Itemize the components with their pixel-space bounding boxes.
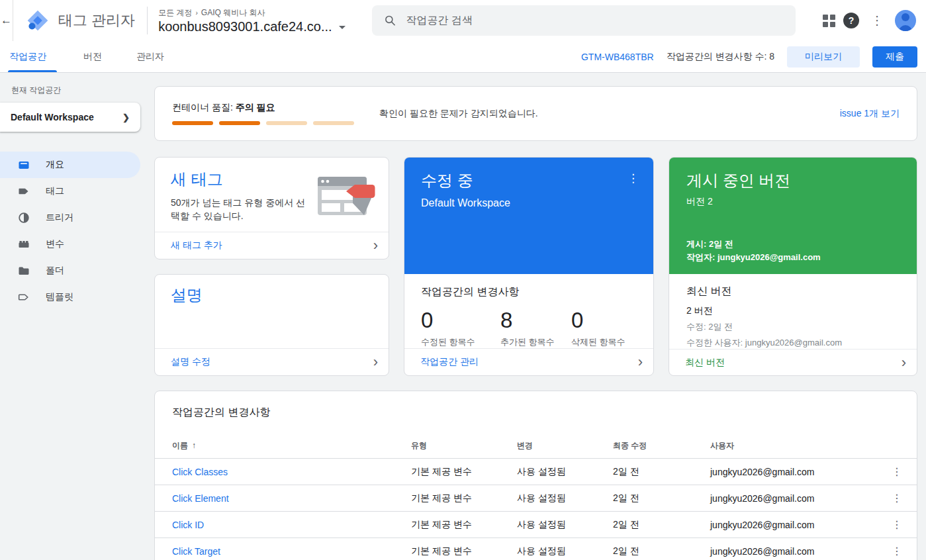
description-card-body: 설명 (155, 275, 389, 349)
row-change: 사용 설정됨 (517, 492, 613, 504)
table-row: Click ID 기본 제공 변수 사용 설정됨 2일 전 jungkyu202… (155, 511, 917, 537)
add-new-tag-label: 새 태그 추가 (171, 240, 222, 252)
stat-added: 8 추가된 항목수 (500, 308, 559, 348)
sidebar-item-templates[interactable]: 템플릿 (0, 284, 140, 310)
published-card-header: 게시 중인 버전 버전 2 게시: 2일 전 작업자: jungkyu2026@… (669, 158, 917, 274)
tab-bar: 작업공간 버전 관리자 GTM-WB468TBR 작업공간의 변경사항 수: 8… (0, 41, 926, 73)
row-type: 기본 제공 변수 (411, 519, 517, 531)
tab-workspace[interactable]: 작업공간 (0, 41, 66, 72)
overflow-menu-icon[interactable]: ⋮ (867, 15, 887, 26)
latest-modified-date: 수정: 2일 전 (686, 321, 901, 333)
new-tag-illustration-icon (315, 171, 378, 219)
column-header-name[interactable]: 이름↑ (172, 440, 411, 451)
latest-version-action[interactable]: 최신 버전 › (669, 349, 917, 376)
table-title: 작업공간의 변경사항 (155, 391, 917, 433)
row-user: jungkyu2026@gmail.com (710, 493, 884, 504)
tab-versions[interactable]: 버전 (66, 41, 119, 72)
row-menu-icon[interactable]: ⋮ (884, 518, 910, 531)
column-header-last-modified[interactable]: 최종 수정 (613, 440, 710, 451)
row-menu-icon[interactable]: ⋮ (884, 545, 910, 557)
breadcrumb-account[interactable]: 모든 계정 (158, 7, 192, 19)
sidebar-item-label: 태그 (46, 185, 64, 197)
sidebar-item-label: 트리거 (46, 212, 73, 224)
description-card: 설명 설명 수정 › (154, 274, 389, 377)
search-icon (384, 14, 396, 27)
back-button[interactable]: ← (0, 0, 13, 41)
page-content: 현재 작업공간 Default Workspace ❯ 개요 태그 (0, 73, 926, 560)
workspace-changes-table-card: 작업공간의 변경사항 이름↑ 유형 변경 최종 수정 사용자 Click Cla… (154, 391, 917, 560)
column-header-user[interactable]: 사용자 (710, 440, 884, 451)
manage-workspaces-action[interactable]: 작업공간 관리 › (404, 348, 653, 375)
tabs: 작업공간 버전 관리자 (0, 41, 181, 72)
main-panel: 컨테이너 품질: 주의 필요 확인이 필요한 문제가 감지되었습니다. issu… (140, 73, 926, 560)
latest-version-label: 최신 버전 (685, 357, 725, 369)
row-name-link[interactable]: Click Classes (172, 467, 411, 477)
manage-workspaces-label: 작업공간 관리 (420, 356, 479, 368)
row-name-link[interactable]: Click Element (172, 493, 411, 504)
stat-label: 수정된 항목수 (421, 336, 500, 348)
editing-title: 수정 중 (421, 170, 473, 191)
row-change: 사용 설정됨 (517, 519, 613, 531)
submit-button[interactable]: 제출 (872, 46, 917, 68)
editing-workspace-card: 수정 중 ⋮ Default Workspace 작업공간의 변경사항 0 수정… (404, 157, 654, 376)
stat-value: 8 (500, 308, 559, 333)
container-id-link[interactable]: GTM-WB468TBR (581, 52, 654, 62)
sidebar-item-label: 변수 (46, 238, 64, 250)
published-version-card: 게시 중인 버전 버전 2 게시: 2일 전 작업자: jungkyu2026@… (669, 157, 917, 376)
search-input[interactable] (406, 15, 783, 26)
overview-icon (18, 159, 30, 171)
sidebar-item-overview[interactable]: 개요 (0, 152, 140, 178)
row-name-link[interactable]: Click ID (172, 520, 411, 530)
card-menu-icon[interactable]: ⋮ (621, 170, 645, 187)
container-quality-banner: 컨테이너 품질: 주의 필요 확인이 필요한 문제가 감지되었습니다. issu… (154, 86, 917, 141)
column-header-change[interactable]: 변경 (517, 440, 613, 451)
gtm-logo-icon (26, 9, 50, 32)
table-row: Click Element 기본 제공 변수 사용 설정됨 2일 전 jungk… (155, 485, 917, 511)
breadcrumb-company[interactable]: GAIQ 웨비나 회사 (201, 7, 265, 19)
editing-workspace-name: Default Workspace (421, 197, 645, 209)
help-icon[interactable]: ? (843, 13, 859, 28)
row-type: 기본 제공 변수 (411, 466, 517, 478)
new-tag-card-body: 새 태그 50개가 넘는 태그 유형 중에서 선택할 수 있습니다. (155, 158, 389, 232)
quality-message: 확인이 필요한 문제가 감지되었습니다. (379, 108, 538, 120)
tab-admin[interactable]: 관리자 (119, 41, 181, 72)
tab-bar-actions: GTM-WB468TBR 작업공간의 변경사항 수: 8 미리보기 제출 (581, 46, 917, 68)
sidebar-item-variables[interactable]: 변수 (0, 231, 140, 257)
description-title: 설명 (171, 285, 373, 306)
container-name: koonbus8093001.cafe24.co... (158, 19, 332, 34)
row-type: 기본 제공 변수 (411, 492, 517, 504)
row-menu-icon[interactable]: ⋮ (884, 465, 910, 478)
sidebar-item-folders[interactable]: 폴더 (0, 257, 140, 284)
preview-button[interactable]: 미리보기 (787, 46, 860, 68)
add-new-tag-action[interactable]: 새 태그 추가 › (155, 232, 389, 259)
sidebar-item-label: 폴더 (46, 265, 64, 277)
view-issues-link[interactable]: issue 1개 보기 (840, 108, 900, 120)
column-header-type[interactable]: 유형 (411, 440, 517, 451)
workspace-name: Default Workspace (11, 112, 94, 122)
variable-icon (18, 238, 30, 250)
row-change: 사용 설정됨 (517, 466, 613, 478)
row-last-modified: 2일 전 (613, 466, 710, 478)
apps-grid-icon[interactable] (823, 15, 835, 27)
new-tag-title: 새 태그 (171, 169, 308, 190)
workspace-selector[interactable]: Default Workspace ❯ (0, 103, 140, 132)
template-icon (18, 291, 30, 303)
stats-section-title: 작업공간의 변경사항 (421, 285, 637, 299)
row-name-link[interactable]: Click Target (172, 546, 411, 557)
latest-version-number: 2 버전 (686, 305, 901, 317)
quality-status: 주의 필요 (236, 102, 275, 113)
sort-ascending-icon: ↑ (192, 441, 196, 450)
row-menu-icon[interactable]: ⋮ (884, 492, 910, 504)
sidebar-item-tags[interactable]: 태그 (0, 178, 140, 205)
latest-version-title: 최신 버전 (686, 285, 901, 299)
quality-title: 컨테이너 품질: 주의 필요 (172, 102, 354, 114)
published-title: 게시 중인 버전 (686, 170, 901, 191)
edit-description-action[interactable]: 설명 수정 › (155, 348, 389, 375)
new-tag-description: 50개가 넘는 태그 유형 중에서 선택할 수 있습니다. (171, 196, 308, 222)
tag-icon (18, 185, 30, 197)
sidebar-item-triggers[interactable]: 트리거 (0, 205, 140, 231)
container-selector[interactable]: koonbus8093001.cafe24.co... (158, 19, 345, 34)
row-last-modified: 2일 전 (613, 519, 710, 531)
row-last-modified: 2일 전 (613, 545, 710, 557)
avatar[interactable] (895, 10, 916, 31)
